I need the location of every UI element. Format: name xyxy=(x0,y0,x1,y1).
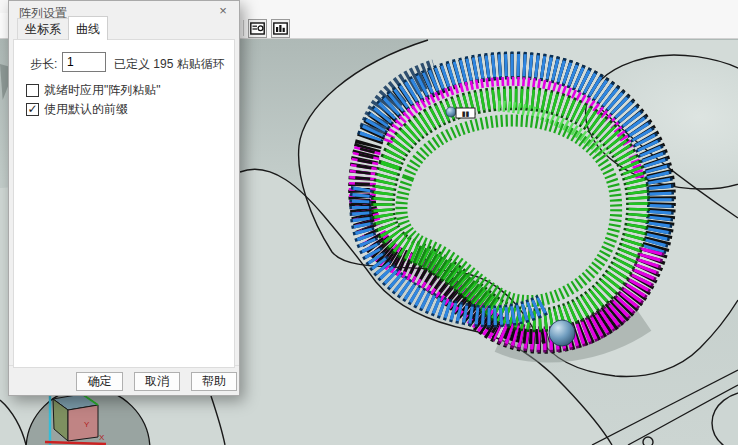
cursor-badge: ▮▮ xyxy=(456,108,475,118)
tab-strip: 坐标系 曲线 xyxy=(17,24,107,40)
checkbox-unchecked[interactable] xyxy=(26,84,39,97)
apply-array-paste-label: 就绪时应用"阵列粘贴" xyxy=(44,82,161,99)
chart-view-button[interactable] xyxy=(271,19,290,38)
bar-chart-icon xyxy=(273,22,288,35)
tab-coordinate-system[interactable]: 坐标系 xyxy=(17,18,69,40)
cube-right-face[interactable] xyxy=(68,405,98,441)
list-circle-icon xyxy=(250,22,265,35)
display-options-button[interactable] xyxy=(248,19,267,38)
close-icon[interactable]: × xyxy=(215,3,231,18)
ok-button[interactable]: 确定 xyxy=(76,372,123,391)
step-row: 步长: 已定义 195 粘贴循环 xyxy=(14,52,234,74)
cancel-button[interactable]: 取消 xyxy=(134,372,180,391)
application-window: ▮▮ Y X xyxy=(0,0,738,445)
svg-text:▮▮: ▮▮ xyxy=(462,110,470,118)
step-input[interactable] xyxy=(62,52,106,72)
curve-sphere-large xyxy=(549,320,575,346)
array-settings-dialog: 阵列设置 × 坐标系 曲线 步长: 已定义 195 粘贴循环 就绪时应用"阵列粘… xyxy=(8,0,240,396)
toolbar-separator xyxy=(243,20,244,36)
curve-tab-page: 步长: 已定义 195 粘贴循环 就绪时应用"阵列粘贴" ✓ 使用默认的前缀 xyxy=(13,39,235,368)
loop-count-text: 已定义 195 粘贴循环 xyxy=(114,56,225,73)
default-prefix-checkbox-row[interactable]: ✓ 使用默认的前缀 xyxy=(26,101,128,118)
apply-array-paste-checkbox-row[interactable]: 就绪时应用"阵列粘贴" xyxy=(26,82,161,99)
checkbox-checked[interactable]: ✓ xyxy=(26,103,39,116)
curve-sphere-small xyxy=(446,107,456,117)
axis-y-label: Y xyxy=(84,420,90,429)
tab-curve[interactable]: 曲线 xyxy=(68,16,108,40)
default-prefix-label: 使用默认的前缀 xyxy=(44,101,128,118)
axis-x-label: X xyxy=(99,433,105,442)
dialog-footer: 确定 取消 帮助 xyxy=(9,365,239,395)
help-button[interactable]: 帮助 xyxy=(191,372,237,391)
step-label: 步长: xyxy=(30,56,57,73)
